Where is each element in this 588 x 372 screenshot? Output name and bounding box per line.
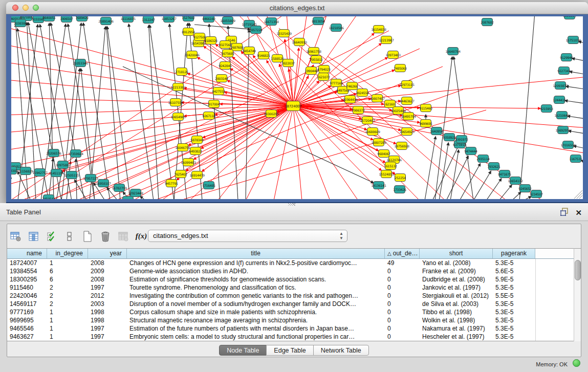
graph-node[interactable]: [499, 170, 510, 178]
table-cell[interactable]: Stergiakouli et al. (2012): [420, 292, 493, 300]
table-row[interactable]: 1456911722003Disruption of a novel membe…: [7, 300, 575, 308]
graph-node[interactable]: [395, 174, 406, 182]
table-cell[interactable]: 1997: [88, 324, 127, 333]
graph-node[interactable]: [287, 101, 300, 111]
table-cell[interactable]: 18300295: [7, 275, 47, 283]
graph-node[interactable]: [372, 95, 383, 102]
table-cell[interactable]: 0: [385, 333, 420, 341]
window-titlebar[interactable]: citations_edges.txt: [6, 2, 588, 14]
column-chooser-icon[interactable]: [28, 231, 39, 242]
graph-node[interactable]: [482, 18, 493, 26]
table-cell[interactable]: 0: [385, 292, 420, 300]
table-cell[interactable]: Embryonic stem cells: a model to study s…: [127, 333, 385, 341]
graph-node[interactable]: [178, 144, 188, 151]
graph-node[interactable]: [194, 33, 205, 41]
citation-network-graph[interactable]: 8912954165439829127508818632815469327568…: [11, 16, 583, 199]
row-list-icon[interactable]: [64, 231, 75, 242]
graph-node[interactable]: [216, 75, 227, 82]
table-cell[interactable]: Tourette syndrome. Phenomenology and cla…: [127, 283, 385, 292]
graph-node[interactable]: [223, 50, 233, 57]
graph-node[interactable]: [272, 55, 283, 62]
graph-node[interactable]: [183, 28, 194, 36]
graph-node[interactable]: [388, 51, 399, 59]
graph-node[interactable]: [258, 52, 269, 59]
graph-node[interactable]: [67, 171, 77, 179]
graph-node[interactable]: [173, 113, 184, 121]
graph-node[interactable]: [306, 67, 317, 75]
table-row[interactable]: 969969511998Structural magnetic resonanc…: [7, 316, 575, 324]
graph-node[interactable]: [374, 139, 384, 146]
table-cell[interactable]: Changes of HCN gene expression and I(f) …: [127, 259, 385, 267]
zoom-window-button[interactable]: [33, 5, 39, 11]
table-cell[interactable]: 1: [47, 324, 88, 333]
graph-node[interactable]: [448, 48, 459, 55]
table-row[interactable]: 2242004622012Investigating the contribut…: [7, 292, 575, 300]
table-cell[interactable]: 1997: [88, 283, 127, 292]
graph-node[interactable]: [362, 117, 373, 124]
graph-node[interactable]: [319, 65, 330, 73]
table-cell[interactable]: Franke et al. (2009): [420, 267, 493, 275]
function-builder-icon[interactable]: f(x): [136, 231, 147, 242]
table-cell[interactable]: 1: [47, 316, 88, 324]
graph-node[interactable]: [15, 19, 26, 27]
graph-node[interactable]: [559, 67, 570, 75]
column-header-pagerank[interactable]: pagerank: [493, 249, 535, 258]
table-row[interactable]: 977716911998Corpus callosum shape and si…: [7, 308, 575, 316]
graph-node[interactable]: [114, 184, 125, 192]
graph-node[interactable]: [164, 16, 175, 23]
table-cell[interactable]: 5.3E-5: [493, 308, 535, 316]
table-row[interactable]: 1938455462009Genome-wide association stu…: [7, 267, 575, 275]
table-cell[interactable]: 0: [385, 324, 420, 333]
graph-node[interactable]: [123, 16, 134, 23]
table-cell[interactable]: 1998: [88, 316, 127, 324]
table-cell[interactable]: Yano et al. (2008): [420, 259, 493, 267]
graph-node[interactable]: [367, 128, 378, 136]
graph-node[interactable]: [478, 155, 489, 163]
graph-node[interactable]: [11, 167, 17, 174]
graph-node[interactable]: [557, 112, 568, 119]
graph-node[interactable]: [244, 47, 255, 55]
table-cell[interactable]: Corpus callosum shape and size in male p…: [127, 308, 385, 316]
graph-node[interactable]: [331, 24, 342, 32]
graph-node[interactable]: [190, 147, 201, 155]
graph-node[interactable]: [510, 177, 521, 185]
graph-node[interactable]: [554, 96, 565, 104]
graph-node[interactable]: [466, 147, 476, 155]
graph-node[interactable]: [353, 106, 364, 114]
graph-node[interactable]: [170, 99, 181, 106]
tab-network-table[interactable]: Network Table: [313, 345, 369, 356]
table-cell[interactable]: 2003: [88, 300, 127, 308]
network-table-select[interactable]: citations_edges.txt ▲▼: [148, 230, 347, 242]
table-cell[interactable]: Hescheler et al. (1997): [420, 333, 493, 341]
table-cell[interactable]: 1: [47, 333, 88, 341]
graph-node[interactable]: [294, 38, 305, 46]
graph-node[interactable]: [489, 163, 499, 170]
graph-node[interactable]: [558, 126, 569, 134]
table-row[interactable]: 946554611997Estimation of the future num…: [7, 324, 575, 333]
table-cell[interactable]: 5.5E-5: [493, 292, 535, 300]
graph-node[interactable]: [564, 16, 575, 19]
graph-node[interactable]: [183, 16, 194, 21]
table-cell[interactable]: de Silva et al. (2003): [420, 300, 493, 308]
close-panel-icon[interactable]: ✕: [575, 208, 582, 217]
table-cell[interactable]: 2: [47, 292, 88, 300]
scrollbar-thumb[interactable]: [575, 260, 581, 280]
table-cell[interactable]: 9777169: [7, 308, 47, 316]
select-rows-icon[interactable]: [46, 231, 57, 242]
graph-node[interactable]: [571, 155, 581, 163]
graph-node[interactable]: [421, 120, 431, 127]
graph-node[interactable]: [431, 127, 442, 135]
graph-node[interactable]: [58, 161, 69, 169]
graph-node[interactable]: [213, 87, 224, 95]
graph-node[interactable]: [563, 141, 574, 149]
graph-node[interactable]: [204, 112, 214, 120]
graph-node[interactable]: [374, 182, 384, 189]
graph-node[interactable]: [381, 36, 392, 44]
graph-node[interactable]: [166, 180, 177, 187]
graph-node[interactable]: [374, 26, 384, 33]
graph-node[interactable]: [192, 136, 203, 144]
graph-node[interactable]: [393, 107, 404, 115]
table-cell[interactable]: 6: [47, 267, 88, 275]
graph-node[interactable]: [71, 150, 81, 158]
panel-splitter-grip[interactable]: [288, 203, 295, 206]
